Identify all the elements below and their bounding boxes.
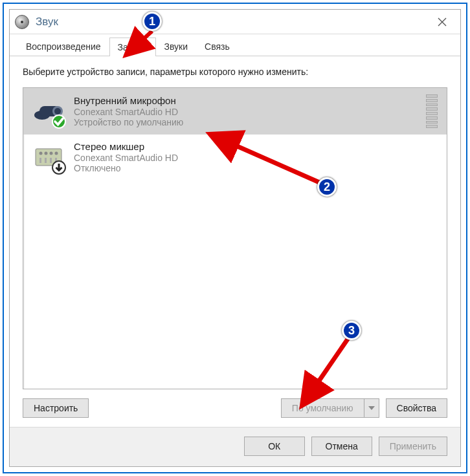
tab-communications[interactable]: Связь xyxy=(196,37,238,56)
instruction-text: Выберите устройство записи, параметры ко… xyxy=(23,67,447,77)
speaker-icon xyxy=(15,15,29,29)
annotation-arrow-2 xyxy=(207,129,337,194)
mixer-icon xyxy=(32,141,65,173)
svg-rect-9 xyxy=(39,158,41,163)
svg-line-13 xyxy=(128,31,152,53)
titlebar: Звук xyxy=(10,10,460,34)
device-item-internal-mic[interactable]: Внутренний микрофон Conexant SmartAudio … xyxy=(23,88,447,135)
close-button[interactable] xyxy=(429,12,455,32)
check-icon xyxy=(52,114,66,129)
window-title: Звук xyxy=(36,16,58,28)
annotation-arrow-3 xyxy=(298,330,375,414)
device-status: Устройство по умолчанию xyxy=(74,117,417,127)
svg-point-7 xyxy=(50,152,53,155)
cancel-button[interactable]: Отмена xyxy=(311,437,372,456)
device-driver: Conexant SmartAudio HD xyxy=(74,107,417,117)
dialog-buttons: ОК Отмена Применить xyxy=(10,427,460,466)
svg-rect-10 xyxy=(45,158,47,163)
screenshot-frame: Звук Воспроизведение Запись Звуки Связь … xyxy=(3,3,467,473)
ok-button[interactable]: ОК xyxy=(244,437,305,456)
apply-button[interactable]: Применить xyxy=(379,437,447,456)
sound-dialog: Звук Воспроизведение Запись Звуки Связь … xyxy=(9,9,461,467)
annotation-arrow-1 xyxy=(117,26,162,65)
svg-point-6 xyxy=(45,152,48,155)
svg-line-15 xyxy=(214,136,324,184)
svg-point-8 xyxy=(55,152,58,155)
svg-point-5 xyxy=(39,152,43,155)
level-meter xyxy=(426,94,438,128)
device-text: Внутренний микрофон Conexant SmartAudio … xyxy=(74,95,417,127)
arrow-down-icon xyxy=(52,160,66,175)
tab-content: Выберите устройство записи, параметры ко… xyxy=(10,56,460,427)
tab-playback[interactable]: Воспроизведение xyxy=(17,37,109,56)
device-name: Внутренний микрофон xyxy=(74,95,417,106)
svg-rect-11 xyxy=(50,158,52,163)
configure-button[interactable]: Настроить xyxy=(23,398,89,418)
tab-strip: Воспроизведение Запись Звуки Связь xyxy=(10,37,460,56)
bottom-buttons: Настроить По умолчанию Свойства xyxy=(23,398,447,418)
microphone-icon xyxy=(32,95,65,127)
svg-line-16 xyxy=(304,336,350,402)
properties-button[interactable]: Свойства xyxy=(386,398,447,418)
